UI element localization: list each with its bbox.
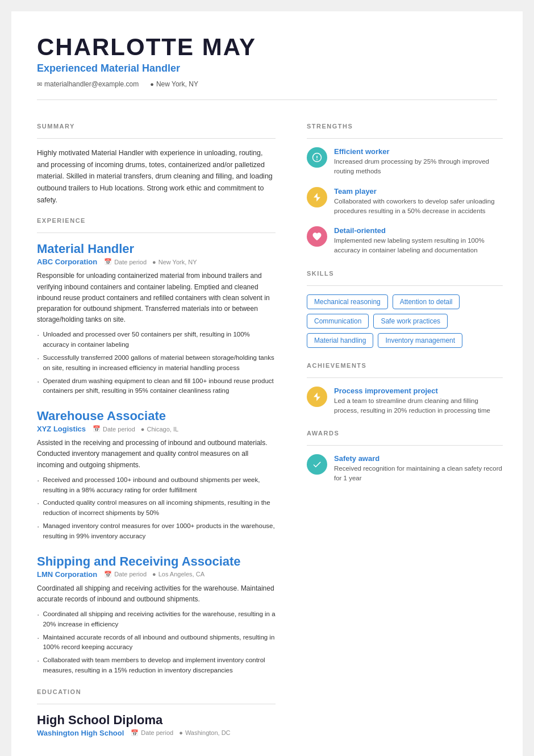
strengths-section: STRENGTHS Efficient worker Increased dru… — [307, 123, 503, 256]
education-divider — [37, 704, 276, 704]
achievement-content-1: Process improvement project Led a team t… — [334, 387, 503, 416]
bullet-2-1: Received and processed 100+ inbound and … — [37, 475, 276, 496]
bullet-1-2: Successfully transferred 2000 gallons of… — [37, 353, 276, 373]
awards-section: AWARDS Safety award Received recognition… — [307, 430, 503, 484]
skill-tag-1: Attention to detail — [393, 294, 460, 309]
job-company-1: ABC Corporation 📅 Date period ● New York… — [37, 257, 276, 266]
strength-title-3: Detail-oriented — [334, 226, 503, 235]
email-contact: ✉ materialhandler@example.com — [37, 80, 139, 88]
bullet-2-2: Conducted quality control measures on al… — [37, 498, 276, 518]
skill-tag-4: Material handling — [307, 333, 373, 348]
job-meta-1: 📅 Date period ● New York, NY — [104, 258, 197, 265]
resume-page: CHARLOTTE MAY Experienced Material Handl… — [11, 11, 523, 756]
job-meta-3: 📅 Date period ● Los Angeles, CA — [104, 571, 205, 578]
job-bullets-1: Unloaded and processed over 50 container… — [37, 330, 276, 396]
location-icon-2: ● — [141, 426, 145, 433]
candidate-title: Experienced Material Handler — [37, 63, 506, 74]
summary-text: Highly motivated Material Handler with e… — [37, 147, 276, 206]
calendar-icon-2: 📅 — [93, 425, 101, 433]
email-icon: ✉ — [37, 81, 42, 88]
achievement-item-1: Process improvement project Led a team t… — [307, 387, 503, 416]
company-name-2: XYZ Logistics — [37, 425, 86, 433]
strengths-label: STRENGTHS — [307, 123, 503, 130]
experience-label: EXPERIENCE — [37, 217, 276, 224]
contact-row: ✉ materialhandler@example.com ● New York… — [37, 80, 506, 88]
edu-meta: 📅 Date period ● Washington, DC — [131, 729, 230, 737]
award-icon-1 — [307, 454, 327, 475]
job-company-3: LMN Corporation 📅 Date period ● Los Ange… — [37, 570, 276, 579]
strength-icon-2 — [307, 187, 327, 207]
achievements-label: ACHIEVEMENTS — [307, 362, 503, 369]
strength-item-1: Efficient worker Increased drum processi… — [307, 147, 503, 177]
job-meta-2: 📅 Date period ● Chicago, IL — [93, 425, 178, 433]
right-column: STRENGTHS Efficient worker Increased dru… — [293, 100, 523, 756]
left-column: SUMMARY Highly motivated Material Handle… — [11, 100, 293, 756]
skills-section: SKILLS Mechanical reasoning Attention to… — [307, 270, 503, 348]
education-section: EDUCATION High School Diploma Washington… — [37, 688, 276, 737]
job-bullets-2: Received and processed 100+ inbound and … — [37, 475, 276, 542]
edu-school-row: Washington High School 📅 Date period ● W… — [37, 729, 276, 737]
edu-calendar-icon: 📅 — [131, 729, 139, 737]
edu-degree: High School Diploma — [37, 713, 276, 728]
job-company-2: XYZ Logistics 📅 Date period ● Chicago, I… — [37, 425, 276, 433]
skills-divider — [307, 285, 503, 286]
job-desc-1: Responsible for unloading containerized … — [37, 271, 276, 325]
summary-divider — [37, 138, 276, 139]
main-content: SUMMARY Highly motivated Material Handle… — [11, 100, 523, 756]
strength-content-3: Detail-oriented Implemented new labeling… — [334, 226, 503, 256]
strength-desc-3: Implemented new labeling system resultin… — [334, 236, 503, 256]
strength-icon-1 — [307, 147, 327, 168]
job-bullets-3: Coordinated all shipping and receiving a… — [37, 609, 276, 676]
job-block-1: Material Handler ABC Corporation 📅 Date … — [37, 242, 276, 396]
location-icon-3: ● — [152, 571, 156, 578]
strength-item-3: Detail-oriented Implemented new labeling… — [307, 226, 503, 256]
award-item-1: Safety award Received recognition for ma… — [307, 454, 503, 484]
experience-divider — [37, 232, 276, 233]
achievement-desc-1: Led a team to streamline drum cleaning a… — [334, 396, 503, 416]
achievement-icon-1 — [307, 387, 327, 407]
skill-tag-2: Communication — [307, 314, 369, 329]
job-block-2: Warehouse Associate XYZ Logistics 📅 Date… — [37, 409, 276, 541]
calendar-icon-1: 📅 — [104, 258, 112, 265]
bullet-1-3: Operated drum washing equipment to clean… — [37, 376, 276, 397]
strength-title-1: Efficient worker — [334, 147, 503, 156]
skill-tag-0: Mechanical reasoning — [307, 294, 388, 309]
bullet-3-2: Maintained accurate records of all inbou… — [37, 633, 276, 653]
award-title-1: Safety award — [334, 454, 503, 463]
email-value: materialhandler@example.com — [44, 80, 139, 88]
achievements-divider — [307, 377, 503, 378]
achievements-section: ACHIEVEMENTS Process improvement project… — [307, 362, 503, 416]
summary-label: SUMMARY — [37, 123, 276, 130]
achievement-title-1: Process improvement project — [334, 387, 503, 395]
bullet-1-1: Unloaded and processed over 50 container… — [37, 330, 276, 350]
strength-content-2: Team player Collaborated with coworkers … — [334, 187, 503, 217]
job-title-1: Material Handler — [37, 242, 276, 256]
job-title-2: Warehouse Associate — [37, 409, 276, 423]
location-icon: ● — [150, 81, 154, 88]
awards-label: AWARDS — [307, 430, 503, 437]
strength-desc-1: Increased drum processing by 25% through… — [334, 157, 503, 177]
job-title-3: Shipping and Receiving Associate — [37, 554, 276, 569]
candidate-name: CHARLOTTE MAY — [37, 34, 506, 60]
bullet-3-1: Coordinated all shipping and receiving a… — [37, 609, 276, 630]
bullet-3-3: Collaborated with team members to develo… — [37, 655, 276, 676]
location-value: New York, NY — [156, 80, 198, 88]
skills-container: Mechanical reasoning Attention to detail… — [307, 294, 503, 348]
bullet-2-3: Managed inventory control measures for o… — [37, 521, 276, 542]
company-name-1: ABC Corporation — [37, 257, 97, 266]
strength-icon-3 — [307, 226, 327, 247]
education-label: EDUCATION — [37, 688, 276, 695]
experience-section: EXPERIENCE Material Handler ABC Corporat… — [37, 217, 276, 676]
strength-content-1: Efficient worker Increased drum processi… — [334, 147, 503, 177]
job-desc-2: Assisted in the receiving and processing… — [37, 438, 276, 471]
strength-title-2: Team player — [334, 187, 503, 196]
job-block-3: Shipping and Receiving Associate LMN Cor… — [37, 554, 276, 676]
strength-desc-2: Collaborated with coworkers to develop s… — [334, 197, 503, 217]
skill-tag-5: Inventory management — [378, 333, 462, 348]
strength-item-2: Team player Collaborated with coworkers … — [307, 187, 503, 217]
awards-divider — [307, 445, 503, 446]
award-desc-1: Received recognition for maintaining a c… — [334, 464, 503, 484]
strengths-divider — [307, 138, 503, 139]
header-section: CHARLOTTE MAY Experienced Material Handl… — [11, 11, 523, 99]
summary-section: SUMMARY Highly motivated Material Handle… — [37, 123, 276, 206]
